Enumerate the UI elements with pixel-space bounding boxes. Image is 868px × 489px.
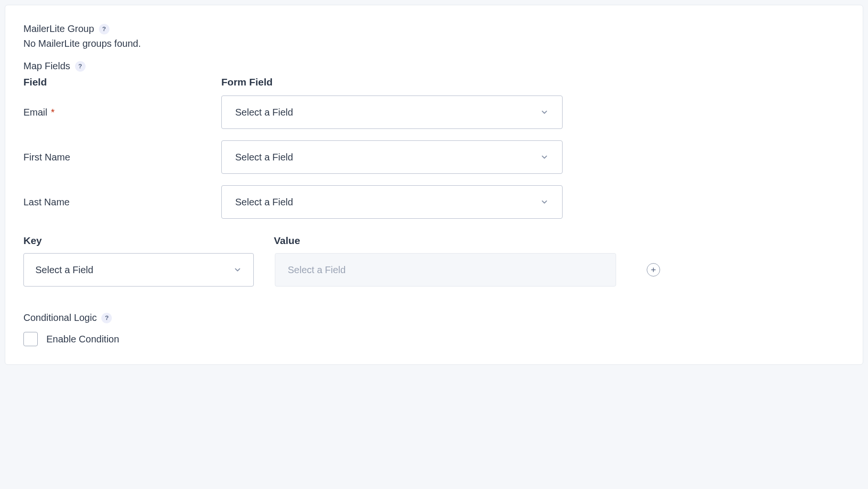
field-label-last-name-text: Last Name xyxy=(23,197,70,207)
conditional-logic-label-row: Conditional Logic ? xyxy=(23,312,845,323)
chevron-down-icon xyxy=(233,266,242,274)
add-row-button[interactable] xyxy=(647,263,660,276)
field-label-first-name-text: First Name xyxy=(23,152,70,162)
help-icon[interactable]: ? xyxy=(101,313,112,323)
map-row-email: Email * Select a Field xyxy=(23,96,845,129)
map-fields-label-row: Map Fields ? xyxy=(23,61,845,72)
map-fields-header: Field Form Field xyxy=(23,76,845,88)
chevron-down-icon xyxy=(540,198,549,206)
map-row-last-name: Last Name Select a Field xyxy=(23,185,845,219)
select-value: Select a Field xyxy=(235,197,293,208)
select-value: Select a Field xyxy=(235,107,293,118)
key-value-row: Select a Field Select a Field xyxy=(23,253,845,287)
key-select-value: Select a Field xyxy=(35,265,93,276)
form-field-select-last-name[interactable]: Select a Field xyxy=(221,185,563,219)
select-value: Select a Field xyxy=(235,152,293,163)
form-field-select-email[interactable]: Select a Field xyxy=(221,96,563,129)
key-select[interactable]: Select a Field xyxy=(23,253,254,287)
mailerlite-group-label: MailerLite Group xyxy=(23,23,94,34)
enable-condition-checkbox[interactable] xyxy=(23,332,38,346)
form-field-column-header: Form Field xyxy=(221,76,845,88)
chevron-down-icon xyxy=(540,153,549,161)
key-value-header: Key Value xyxy=(23,235,845,246)
chevron-down-icon xyxy=(540,108,549,117)
enable-condition-label[interactable]: Enable Condition xyxy=(46,334,119,345)
map-row-first-name: First Name Select a Field xyxy=(23,140,845,174)
required-marker: * xyxy=(51,107,55,117)
key-column-header: Key xyxy=(23,235,274,246)
field-label-email-text: Email xyxy=(23,107,47,117)
field-label-last-name: Last Name xyxy=(23,197,221,208)
mailerlite-group-label-row: MailerLite Group ? xyxy=(23,23,845,34)
field-label-first-name: First Name xyxy=(23,152,221,163)
help-icon[interactable]: ? xyxy=(99,24,109,34)
settings-panel: MailerLite Group ? No MailerLite groups … xyxy=(5,5,863,365)
mailerlite-group-empty-text: No MailerLite groups found. xyxy=(23,38,845,49)
field-column-header: Field xyxy=(23,76,221,88)
form-field-select-first-name[interactable]: Select a Field xyxy=(221,140,563,174)
key-value-section: Key Value Select a Field Select a Field xyxy=(23,235,845,287)
conditional-logic-section: Conditional Logic ? Enable Condition xyxy=(23,312,845,346)
plus-icon xyxy=(650,266,657,273)
field-label-email: Email * xyxy=(23,107,221,118)
value-input[interactable]: Select a Field xyxy=(275,253,616,287)
map-fields-label: Map Fields xyxy=(23,61,70,72)
conditional-logic-label: Conditional Logic xyxy=(23,312,97,323)
help-icon[interactable]: ? xyxy=(75,61,86,72)
value-input-placeholder: Select a Field xyxy=(288,265,346,276)
enable-condition-row: Enable Condition xyxy=(23,332,845,346)
value-column-header: Value xyxy=(274,235,845,246)
